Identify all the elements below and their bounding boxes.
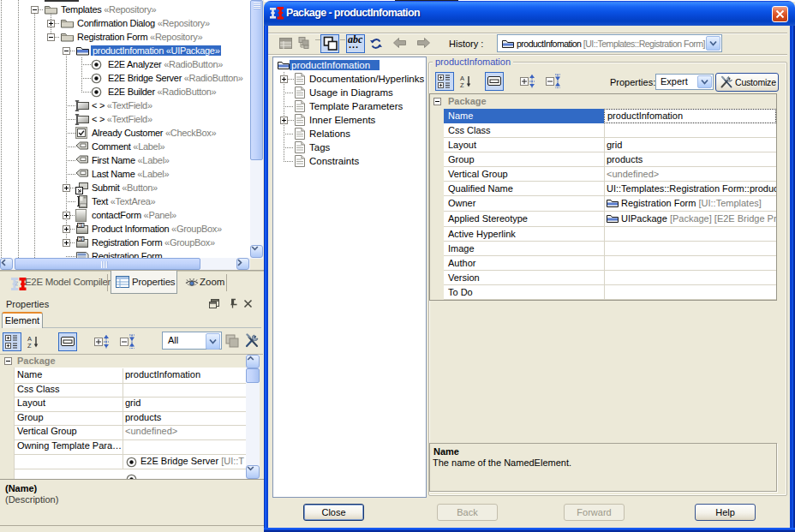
svg-text:Z: Z — [27, 342, 32, 349]
svg-text:CB: CB — [78, 224, 83, 228]
svg-text:CB: CB — [78, 237, 83, 242]
svg-text:Z: Z — [460, 81, 464, 88]
